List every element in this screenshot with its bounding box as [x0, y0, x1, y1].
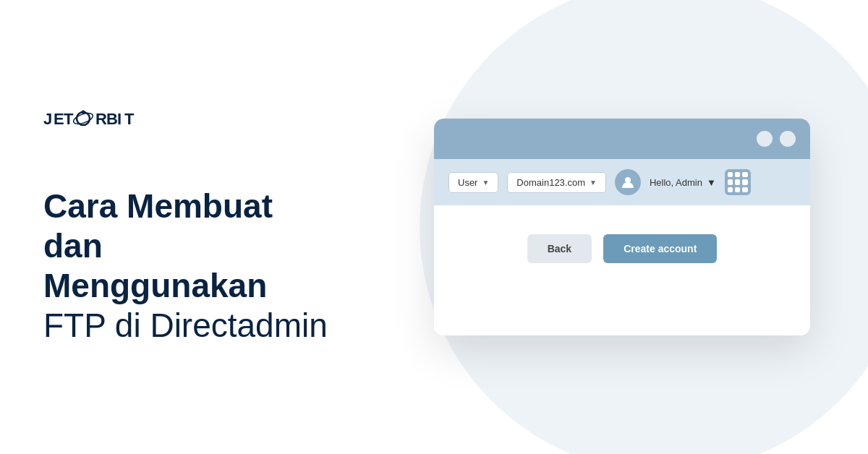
- grid-cell: [735, 172, 740, 177]
- right-content: User ▼ Domain123.com ▼ Hello: [376, 119, 868, 335]
- user-dropdown-label: User: [458, 177, 477, 188]
- page-container: J E T R B I T: [0, 0, 868, 454]
- browser-navbar: User ▼ Domain123.com ▼ Hello: [434, 159, 810, 205]
- svg-text:T: T: [124, 110, 135, 128]
- avatar-icon: [615, 169, 641, 195]
- create-account-button[interactable]: Create account: [603, 234, 717, 263]
- titlebar-dot-1: [757, 131, 773, 147]
- logo-icon: J E T R B I T: [43, 108, 137, 129]
- svg-text:T: T: [64, 110, 74, 128]
- hello-admin-arrow: ▼: [707, 177, 716, 188]
- grid-cell: [735, 179, 740, 184]
- browser-titlebar: [434, 119, 810, 159]
- domain-dropdown[interactable]: Domain123.com ▼: [507, 172, 606, 193]
- grid-cell: [735, 187, 740, 192]
- grid-cell: [728, 179, 733, 184]
- browser-content: Back Create account: [434, 205, 810, 335]
- hello-admin-label: Hello, Admin: [650, 177, 702, 188]
- title-line3: FTP di Directadmin: [43, 306, 333, 346]
- title-line2: dan Menggunakan: [43, 226, 333, 306]
- user-dropdown-arrow: ▼: [482, 179, 489, 187]
- back-button[interactable]: Back: [527, 234, 592, 263]
- main-title: Cara Membuat dan Menggunakan FTP di Dire…: [43, 187, 333, 346]
- domain-dropdown-arrow: ▼: [590, 179, 597, 187]
- svg-point-10: [625, 177, 631, 183]
- grid-cell: [728, 172, 733, 177]
- grid-cell: [742, 172, 747, 177]
- left-content: J E T R B I T: [0, 108, 376, 346]
- svg-text:I: I: [117, 110, 122, 128]
- grid-cell: [742, 179, 747, 184]
- user-dropdown[interactable]: User ▼: [448, 172, 498, 193]
- svg-text:J: J: [43, 110, 53, 128]
- hello-admin[interactable]: Hello, Admin ▼: [650, 177, 716, 188]
- svg-point-5: [82, 110, 85, 113]
- domain-dropdown-label: Domain123.com: [516, 177, 585, 188]
- browser-mockup: User ▼ Domain123.com ▼ Hello: [434, 119, 810, 335]
- action-buttons: Back Create account: [527, 234, 718, 263]
- title-line1: Cara Membuat: [43, 187, 333, 226]
- titlebar-dot-2: [780, 131, 796, 147]
- grid-cell: [742, 187, 747, 192]
- grid-cell: [728, 187, 733, 192]
- apps-grid-icon[interactable]: [725, 169, 751, 195]
- logo: J E T R B I T: [43, 108, 333, 129]
